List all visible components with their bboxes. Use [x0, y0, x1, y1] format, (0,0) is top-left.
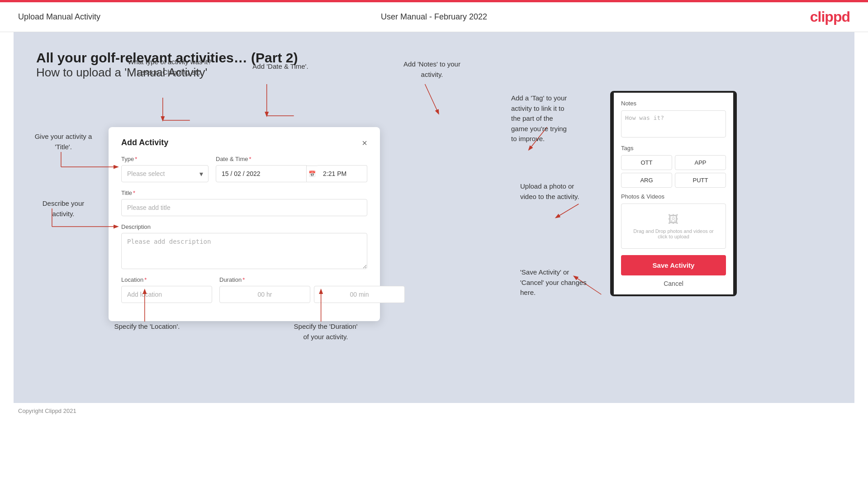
annotation-upload: Upload a photo orvideo to the activity. — [520, 181, 624, 202]
duration-hr-input[interactable] — [219, 286, 310, 303]
duration-label: Duration* — [219, 276, 405, 283]
photos-label: Photos & Videos — [621, 193, 726, 200]
location-duration-row: Location* Duration* — [121, 276, 367, 303]
phone-content: Notes Tags OTT APP ARG PUTT Photos & Vid… — [614, 93, 733, 294]
description-textarea[interactable] — [121, 233, 367, 269]
tag-putt[interactable]: PUTT — [675, 173, 726, 188]
header-left-label: Upload Manual Activity — [18, 12, 100, 22]
modal-header: Add Activity × — [121, 138, 367, 147]
logo: clippd — [810, 9, 850, 25]
tag-ott[interactable]: OTT — [621, 155, 672, 170]
annotation-tags: Add a 'Tag' to youractivity to link it t… — [511, 93, 629, 144]
tags-section: Tags OTT APP ARG PUTT — [621, 145, 726, 188]
title-input[interactable] — [121, 199, 367, 216]
date-input[interactable] — [216, 165, 307, 182]
description-label: Description — [121, 223, 367, 230]
tags-label: Tags — [621, 145, 726, 152]
copyright: Copyright Clippd 2021 — [0, 403, 868, 419]
duration-group: Duration* — [219, 276, 405, 303]
annotation-description: Describe youractivity. — [23, 199, 104, 219]
title-group: Title* — [121, 190, 367, 216]
date-time-inputs: 📅 — [216, 165, 367, 182]
photos-section: Photos & Videos 🖼 Drag and Drop photos a… — [621, 193, 726, 249]
close-button[interactable]: × — [362, 138, 367, 147]
svg-line-12 — [425, 84, 439, 114]
notes-textarea[interactable] — [621, 110, 726, 137]
main-content: All your golf-relevant activities… (Part… — [14, 32, 854, 403]
tag-arg[interactable]: ARG — [621, 173, 672, 188]
type-label: Type* — [121, 156, 209, 162]
location-input[interactable] — [121, 286, 212, 303]
type-group: Type* Please select ▾ — [121, 156, 209, 182]
annotation-notes: Add 'Notes' to youractivity. — [380, 59, 484, 80]
description-group: Description — [121, 223, 367, 269]
header: Upload Manual Activity User Manual - Feb… — [0, 2, 868, 32]
time-input[interactable] — [318, 165, 367, 182]
datetime-label: Date & Time* — [216, 156, 367, 162]
duration-min-input[interactable] — [314, 286, 405, 303]
type-select[interactable]: Please select — [121, 165, 209, 182]
annotation-location: Specify the 'Location'. — [95, 322, 199, 332]
annotation-duration: Specify the 'Duration'of your activity. — [271, 322, 380, 342]
type-datetime-row: Type* Please select ▾ Date & Time* 📅 — [121, 156, 367, 182]
tags-grid: OTT APP ARG PUTT — [621, 155, 726, 188]
annotation-type: What type of activity was it?Lesson, Chi… — [118, 57, 222, 77]
annotation-datetime: Add 'Date & Time'. — [235, 62, 326, 72]
upload-text: Drag and Drop photos and videos or click… — [633, 228, 713, 239]
duration-inputs — [219, 286, 405, 303]
modal-title: Add Activity — [121, 138, 168, 147]
annotation-title: Give your activity a'Title'. — [23, 132, 104, 152]
datetime-group: Date & Time* 📅 — [216, 156, 367, 182]
location-label: Location* — [121, 276, 212, 283]
phone-panel: Notes Tags OTT APP ARG PUTT Photos & Vid… — [610, 91, 737, 296]
tag-app[interactable]: APP — [675, 155, 726, 170]
upload-icon: 🖼 — [631, 213, 716, 226]
title-field-label: Title* — [121, 190, 367, 196]
add-activity-modal: Add Activity × Type* Please select ▾ Dat… — [109, 127, 380, 321]
header-center-label: User Manual - February 2022 — [381, 12, 487, 22]
notes-section-label: Notes — [621, 100, 726, 107]
type-select-wrapper: Please select ▾ — [121, 165, 209, 182]
location-group: Location* — [121, 276, 212, 303]
photos-upload-area[interactable]: 🖼 Drag and Drop photos and videos or cli… — [621, 204, 726, 249]
svg-line-14 — [556, 204, 579, 218]
calendar-icon: 📅 — [307, 166, 318, 182]
annotation-save: 'Save Activity' or'Cancel' your changesh… — [520, 267, 638, 298]
